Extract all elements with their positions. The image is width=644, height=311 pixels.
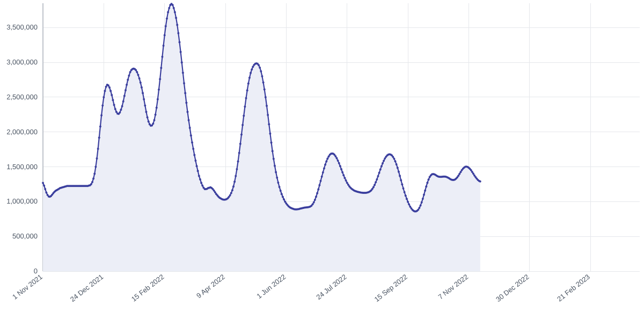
svg-point-327 [396, 163, 398, 165]
svg-point-158 [201, 185, 203, 187]
svg-point-309 [375, 181, 377, 183]
svg-point-189 [237, 160, 239, 162]
svg-point-73 [104, 90, 106, 92]
svg-point-72 [103, 96, 105, 98]
svg-point-279 [340, 168, 342, 170]
svg-point-221 [274, 165, 276, 167]
svg-point-259 [317, 189, 319, 191]
chart-container: 0500,0001,000,0001,500,0002,000,0002,500… [0, 0, 644, 311]
svg-point-128 [167, 11, 169, 13]
svg-point-208 [259, 67, 261, 69]
svg-point-330 [399, 175, 401, 177]
svg-point-199 [248, 77, 251, 79]
svg-point-106 [142, 92, 144, 94]
svg-point-326 [394, 160, 397, 162]
svg-point-142 [183, 82, 185, 84]
svg-point-153 [196, 165, 198, 167]
svg-point-329 [398, 171, 400, 173]
svg-point-93 [127, 79, 129, 81]
svg-point-95 [129, 71, 131, 73]
svg-point-90 [123, 95, 126, 97]
svg-point-86 [119, 111, 121, 113]
svg-point-394 [472, 172, 474, 175]
svg-point-332 [401, 183, 403, 185]
svg-point-335 [405, 194, 407, 197]
svg-point-198 [247, 83, 250, 85]
y-tick-label: 2,000,000 [6, 128, 38, 136]
svg-point-263 [322, 171, 324, 173]
svg-point-184 [231, 189, 233, 191]
svg-point-307 [372, 186, 375, 188]
svg-point-207 [258, 64, 260, 66]
svg-point-255 [313, 201, 315, 204]
area-fill [43, 4, 480, 271]
svg-point-225 [279, 186, 281, 188]
svg-point-129 [168, 7, 170, 9]
svg-point-264 [323, 167, 325, 169]
x-tick-label: 1 Nov 2021 [11, 273, 44, 301]
svg-point-107 [143, 98, 145, 100]
svg-point-213 [265, 96, 267, 98]
area-chart[interactable]: 0500,0001,000,0001,500,0002,000,0002,500… [0, 0, 644, 311]
svg-point-354 [426, 182, 428, 184]
svg-point-393 [471, 171, 473, 173]
svg-point-382 [458, 173, 460, 175]
x-tick-label: 15 Feb 2022 [130, 273, 166, 303]
svg-point-281 [342, 174, 345, 176]
svg-point-154 [197, 170, 199, 172]
x-tick-label: 21 Feb 2023 [555, 273, 591, 303]
svg-point-79 [111, 94, 113, 96]
svg-point-191 [239, 143, 241, 145]
svg-point-317 [384, 157, 386, 160]
x-tick-label: 30 Dec 2022 [494, 273, 530, 303]
svg-point-152 [194, 160, 196, 162]
svg-point-339 [409, 206, 411, 208]
svg-point-133 [173, 7, 175, 9]
svg-point-82 [114, 108, 116, 110]
svg-point-74 [105, 86, 107, 88]
svg-point-89 [122, 100, 125, 103]
svg-point-151 [193, 154, 195, 156]
svg-point-127 [166, 18, 168, 20]
svg-point-117 [155, 113, 157, 115]
svg-point-186 [233, 180, 236, 183]
svg-point-336 [406, 198, 408, 200]
svg-point-91 [125, 89, 127, 91]
svg-point-381 [457, 175, 459, 177]
svg-point-141 [182, 72, 184, 74]
svg-point-155 [198, 175, 200, 177]
svg-point-65 [94, 166, 97, 168]
svg-point-157 [200, 182, 202, 184]
svg-point-192 [240, 133, 243, 135]
svg-point-21 [44, 188, 46, 190]
svg-point-308 [374, 184, 376, 186]
svg-point-219 [272, 150, 274, 152]
svg-point-116 [153, 119, 155, 121]
svg-point-265 [324, 163, 326, 165]
svg-point-76 [107, 84, 109, 86]
svg-point-267 [326, 157, 328, 160]
svg-point-125 [164, 34, 166, 37]
svg-point-257 [315, 196, 317, 198]
svg-point-338 [408, 204, 410, 206]
svg-point-346 [417, 208, 419, 211]
y-tick-label: 1,500,000 [6, 163, 38, 171]
svg-point-383 [459, 171, 462, 173]
svg-point-316 [383, 160, 385, 162]
svg-point-64 [93, 173, 96, 175]
svg-point-348 [420, 204, 422, 206]
svg-point-350 [422, 198, 424, 200]
svg-point-122 [160, 67, 162, 69]
x-tick-label: 24 Jul 2022 [314, 273, 348, 301]
svg-point-260 [318, 184, 320, 186]
svg-point-20 [43, 185, 45, 187]
svg-point-183 [230, 192, 232, 194]
y-tick-label: 500,000 [12, 232, 38, 240]
svg-point-140 [181, 61, 183, 63]
svg-point-333 [402, 187, 404, 190]
svg-point-355 [428, 178, 430, 180]
svg-point-276 [337, 160, 339, 162]
svg-point-124 [163, 45, 165, 47]
svg-point-352 [424, 190, 426, 192]
svg-point-200 [250, 72, 252, 74]
